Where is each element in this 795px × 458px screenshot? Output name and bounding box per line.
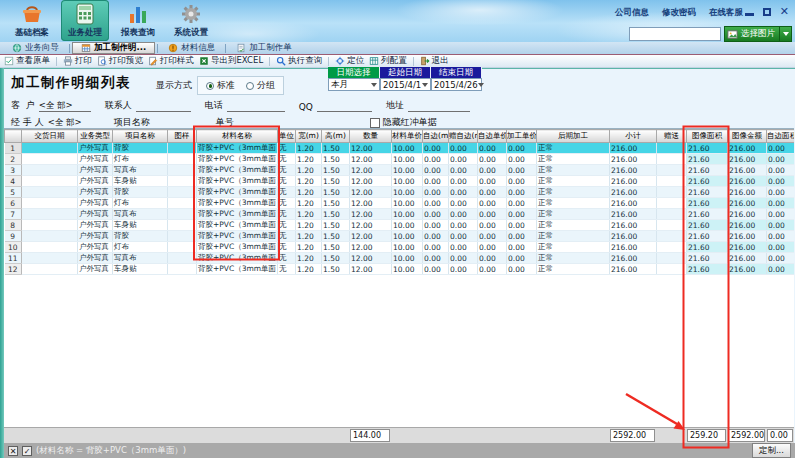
column-header-height[interactable]: 高(m) bbox=[322, 130, 350, 143]
filter-enabled-checkbox[interactable]: ✓ bbox=[22, 446, 32, 456]
toolbar-button-cols[interactable]: 列配置 bbox=[369, 55, 407, 67]
cell-img_area[interactable]: 21.60 bbox=[687, 242, 728, 253]
cell-post_proc[interactable]: 正常 bbox=[537, 220, 610, 231]
cell-img_area[interactable]: 21.60 bbox=[687, 154, 728, 165]
cell-edge_area[interactable]: 0.00 bbox=[767, 165, 795, 176]
cell-biz_type[interactable]: 户外写真 bbox=[78, 231, 113, 242]
cell-unit[interactable]: 无 bbox=[278, 220, 296, 231]
cell-material[interactable]: 背胶+PVC（3mm单面） bbox=[197, 231, 278, 242]
cell-gift_edge[interactable]: 0.00 bbox=[449, 143, 478, 154]
column-header-num[interactable] bbox=[5, 130, 22, 143]
cell-qty[interactable]: 12.00 bbox=[350, 253, 392, 264]
cell-img_area[interactable]: 21.60 bbox=[687, 253, 728, 264]
grid-row[interactable]: 6户外写真灯布背胶+PVC（3mm单面）无1.201.5012.0010.000… bbox=[5, 198, 795, 209]
cell-edge[interactable]: 0.00 bbox=[423, 176, 449, 187]
cell-img_amount[interactable]: 216.00 bbox=[728, 176, 767, 187]
cell-proc_price[interactable]: 0.00 bbox=[507, 165, 537, 176]
cell-gift[interactable] bbox=[657, 220, 687, 231]
grid-row[interactable]: 10户外写真灯布背胶+PVC（3mm单面）无1.201.5012.0010.00… bbox=[5, 242, 795, 253]
image-path-input[interactable] bbox=[629, 27, 721, 41]
toolbar-button-vieworig[interactable]: 查看原单 bbox=[4, 55, 50, 67]
grid-row[interactable]: 5户外写真背胶背胶+PVC（3mm单面）无1.201.5012.0010.000… bbox=[5, 187, 795, 198]
cell-material[interactable]: 背胶+PVC（3mm单面） bbox=[197, 264, 278, 275]
cell-biz_type[interactable]: 户外写真 bbox=[78, 220, 113, 231]
cell-width[interactable]: 1.20 bbox=[296, 176, 322, 187]
cell-edge_area[interactable]: 0.00 bbox=[767, 198, 795, 209]
cell-pattern[interactable] bbox=[168, 242, 197, 253]
cell-material[interactable]: 背胶+PVC（3mm单面） bbox=[197, 242, 278, 253]
cell-project[interactable]: 灯布 bbox=[113, 242, 168, 253]
cell-gift[interactable] bbox=[657, 143, 687, 154]
cell-edge[interactable]: 0.00 bbox=[423, 187, 449, 198]
column-header-img_area[interactable]: 图像面积 bbox=[687, 130, 728, 143]
cell-biz_type[interactable]: 户外写真 bbox=[78, 143, 113, 154]
column-header-edge[interactable]: 自边(m) bbox=[423, 130, 449, 143]
cell-edge_area[interactable]: 0.00 bbox=[767, 209, 795, 220]
cell-edge_price[interactable]: 0.00 bbox=[478, 187, 507, 198]
cell-project[interactable]: 背胶 bbox=[113, 143, 168, 154]
cell-gift[interactable] bbox=[657, 187, 687, 198]
cell-pattern[interactable] bbox=[168, 253, 197, 264]
cell-img_amount[interactable]: 216.00 bbox=[728, 209, 767, 220]
column-header-pattern[interactable]: 图样 bbox=[168, 130, 197, 143]
cell-edge[interactable]: 0.00 bbox=[423, 242, 449, 253]
cell-biz_type[interactable]: 户外写真 bbox=[78, 176, 113, 187]
display-mode-radio[interactable]: 标准 bbox=[206, 79, 235, 92]
cell-gift[interactable] bbox=[657, 253, 687, 264]
cell-post_proc[interactable]: 正常 bbox=[537, 154, 610, 165]
cell-img_amount[interactable]: 216.00 bbox=[728, 198, 767, 209]
cell-edge[interactable]: 0.00 bbox=[423, 198, 449, 209]
cell-proc_price[interactable]: 0.00 bbox=[507, 198, 537, 209]
form-field-input[interactable] bbox=[317, 100, 372, 112]
cell-subtotal[interactable]: 216.00 bbox=[610, 143, 657, 154]
toolbar-button-excel[interactable]: 导出到EXCEL bbox=[199, 55, 263, 67]
column-header-img_amount[interactable]: 图像金额 bbox=[728, 130, 767, 143]
cell-proc_price[interactable]: 0.00 bbox=[507, 264, 537, 275]
cell-width[interactable]: 1.20 bbox=[296, 253, 322, 264]
column-header-project[interactable]: 项目名称 bbox=[113, 130, 168, 143]
cell-mat_price[interactable]: 10.00 bbox=[392, 187, 423, 198]
column-header-biz_type[interactable]: 业务类型 bbox=[78, 130, 113, 143]
cell-gift_edge[interactable]: 0.00 bbox=[449, 220, 478, 231]
tab-2[interactable]: 加工制作明... bbox=[72, 42, 155, 54]
cell-material[interactable]: 背胶+PVC（3mm单面） bbox=[197, 154, 278, 165]
cell-proc_price[interactable]: 0.00 bbox=[507, 176, 537, 187]
cell-post_proc[interactable]: 正常 bbox=[537, 253, 610, 264]
cell-qty[interactable]: 12.00 bbox=[350, 220, 392, 231]
cell-img_area[interactable]: 21.60 bbox=[687, 198, 728, 209]
cell-delivery_date[interactable] bbox=[22, 154, 78, 165]
toolbar-button-print[interactable]: 打印 bbox=[63, 55, 92, 67]
cell-project[interactable]: 写真布 bbox=[113, 165, 168, 176]
cell-edge_price[interactable]: 0.00 bbox=[478, 220, 507, 231]
cell-project[interactable]: 车身贴 bbox=[113, 220, 168, 231]
cell-edge_price[interactable]: 0.00 bbox=[478, 264, 507, 275]
cell-subtotal[interactable]: 216.00 bbox=[610, 253, 657, 264]
cell-width[interactable]: 1.20 bbox=[296, 165, 322, 176]
cell-delivery_date[interactable] bbox=[22, 143, 78, 154]
cell-material[interactable]: 背胶+PVC（3mm单面） bbox=[197, 220, 278, 231]
cell-mat_price[interactable]: 10.00 bbox=[392, 154, 423, 165]
toolbar-button-exit[interactable]: 退出 bbox=[420, 55, 449, 67]
cell-img_amount[interactable]: 216.00 bbox=[728, 165, 767, 176]
cell-gift_edge[interactable]: 0.00 bbox=[449, 176, 478, 187]
restore-icon[interactable] bbox=[763, 8, 771, 16]
cell-delivery_date[interactable] bbox=[22, 187, 78, 198]
cell-qty[interactable]: 12.00 bbox=[350, 154, 392, 165]
cell-img_area[interactable]: 21.60 bbox=[687, 187, 728, 198]
cell-project[interactable]: 灯布 bbox=[113, 198, 168, 209]
column-header-delivery_date[interactable]: 交货日期 bbox=[22, 130, 78, 143]
cell-edge_price[interactable]: 0.00 bbox=[478, 176, 507, 187]
cell-width[interactable]: 1.20 bbox=[296, 209, 322, 220]
cell-mat_price[interactable]: 10.00 bbox=[392, 165, 423, 176]
cell-unit[interactable]: 无 bbox=[278, 253, 296, 264]
cell-subtotal[interactable]: 216.00 bbox=[610, 165, 657, 176]
form-field-input[interactable] bbox=[408, 100, 470, 112]
cell-num[interactable]: 12 bbox=[5, 264, 22, 275]
cell-height[interactable]: 1.50 bbox=[322, 231, 350, 242]
cell-edge_area[interactable]: 0.00 bbox=[767, 187, 795, 198]
column-header-gift[interactable]: 赠送 bbox=[657, 130, 687, 143]
cell-height[interactable]: 1.50 bbox=[322, 209, 350, 220]
cell-unit[interactable]: 无 bbox=[278, 143, 296, 154]
cell-material[interactable]: 背胶+PVC（3mm单面） bbox=[197, 253, 278, 264]
cell-material[interactable]: 背胶+PVC（3mm单面） bbox=[197, 143, 278, 154]
